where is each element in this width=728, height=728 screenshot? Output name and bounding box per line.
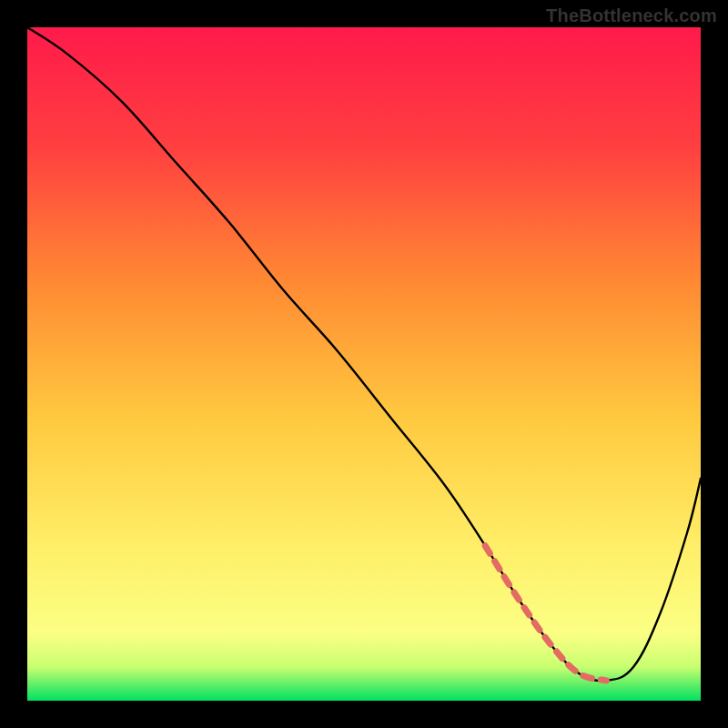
chart-svg [27, 27, 701, 701]
watermark-text: TheBottleneck.com [546, 5, 717, 26]
gradient-background [27, 27, 701, 701]
chart-frame: TheBottleneck.com [0, 0, 728, 728]
plot-area [27, 27, 701, 701]
